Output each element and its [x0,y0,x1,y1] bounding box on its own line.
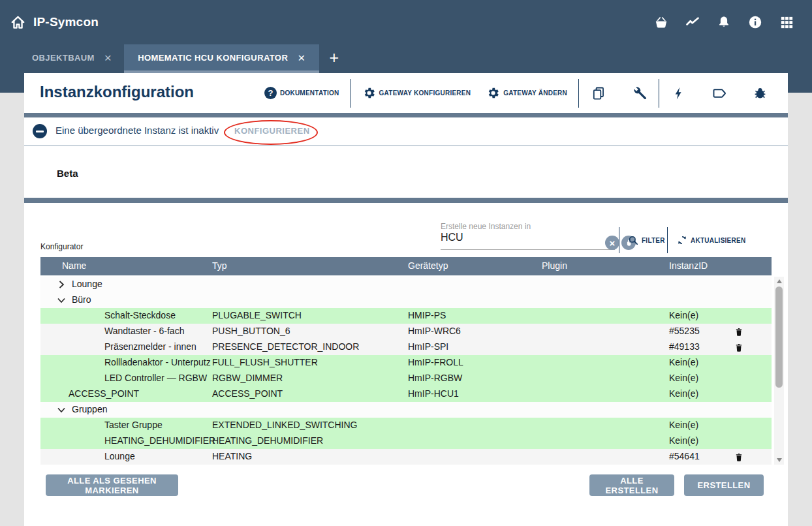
row-name: Lounge [72,279,102,289]
row-geraetetyp: HmIP-HCU1 [408,388,459,399]
close-icon[interactable]: × [298,52,305,64]
table-row[interactable]: Gruppen [40,402,772,418]
row-name: Präsenzmelder - innen [104,341,196,352]
filter-divider [619,227,619,253]
gear-icon [486,86,500,100]
toolbar-divider [578,79,579,108]
row-instanzid: #55235 [669,326,700,336]
scrollbar-thumb[interactable] [775,286,783,388]
brand-name: IP-Symcon [33,15,99,29]
column-header-geraetetyp[interactable]: Gerätetyp [408,260,448,271]
tab-label: HOMEMATIC HCU KONFIGURATOR [138,53,288,63]
konfigurieren-link[interactable]: KONFIGURIEREN [234,126,310,136]
row-instanzid: Kein(e) [669,388,698,399]
row-instanzid: Kein(e) [669,310,698,320]
row-geraetetyp: HmIP-WRC6 [408,326,461,336]
copy-icon[interactable] [590,85,607,102]
brand: IP-Symcon [9,14,99,31]
row-instanzid: Kein(e) [669,357,698,367]
wrench-icon[interactable] [631,85,648,102]
row-typ: RGBW_DIMMER [212,373,283,383]
close-icon[interactable]: × [104,52,112,64]
row-instanzid: Kein(e) [669,420,698,430]
table-row[interactable]: Büro [40,292,772,308]
store-basket-icon[interactable] [653,14,670,31]
trend-chart-icon[interactable] [684,14,701,31]
gear-icon [362,86,376,100]
filter-button[interactable]: FILTER [627,234,665,246]
table-row[interactable]: LoungeHEATING#54641 [40,449,772,465]
help-icon: ? [264,87,277,99]
row-instanzid: #54641 [669,451,700,461]
table-header: Name Typ Gerätetyp Plugin InstanzID [40,257,772,275]
home-icon [9,14,27,31]
row-typ: FULL_FLUSH_SHUTTER [212,357,318,367]
table-row[interactable]: Schalt-SteckdosePLUGABLE_SWITCHHMIP-PSKe… [40,308,772,324]
table-row[interactable]: ACCESS_POINTACCESS_POINTHmIP-HCU1Kein(e) [40,386,772,402]
row-geraetetyp: HmIP-SPI [408,341,448,352]
page-title: Instanzkonfiguration [40,83,194,101]
clear-input-icon[interactable]: × [605,236,619,250]
column-header-name[interactable]: Name [62,260,86,271]
gateway-configure-button[interactable]: GATEWAY KONFIGURIEREN [362,86,471,100]
table-row[interactable]: Wandtaster - 6-fachPUSH_BUTTON_6HmIP-WRC… [40,324,772,339]
create-in-input[interactable] [441,232,604,243]
content-panel: Instanzkonfiguration ? DOKUMENTATION GAT… [24,73,788,526]
toolbar-divider [659,79,659,108]
row-name: Gruppen [72,404,107,414]
row-instanzid: Kein(e) [669,373,698,383]
table-scrollbar[interactable] [774,277,784,465]
refresh-button[interactable]: AKTUALISIEREN [676,234,745,246]
row-geraetetyp: HMIP-PS [408,310,446,320]
row-name: HEATING_DEHUMIDIFIER [104,435,215,446]
create-button[interactable]: ERSTELLEN [684,474,764,496]
column-header-instanzid[interactable]: InstanzID [669,260,708,271]
add-tab-button[interactable]: + [319,44,349,70]
delete-instance-button[interactable] [734,341,747,354]
warning-message: Eine übergeordnete Instanz ist inaktiv [55,125,219,136]
table-row[interactable]: Rollladenaktor - UnterputzFULL_FLUSH_SHU… [40,355,772,371]
section-divider [24,198,788,203]
tag-icon[interactable] [711,85,728,102]
input-underline [441,249,615,250]
tab-objektbaum[interactable]: OBJEKTBAUM × [20,44,124,70]
row-geraetetyp: HmIP-RGBW [408,373,462,383]
row-typ: PRESENCE_DETECTOR_INDOOR [212,341,359,352]
scroll-down-icon[interactable] [774,456,784,464]
search-icon [627,234,639,246]
table-row[interactable]: HEATING_DEHUMIDIFIERHEATING_DEHUMIDIFIER… [40,433,772,449]
warning-row: Eine übergeordnete Instanz ist inaktiv K… [24,117,788,145]
scroll-up-icon[interactable] [774,277,784,285]
row-name: Wandtaster - 6-fach [104,326,184,336]
tab-label: OBJEKTBAUM [32,53,95,63]
lightning-icon[interactable] [670,85,687,102]
gateway-change-button[interactable]: GATEWAY ÄNDERN [486,86,567,100]
app-bar: IP-Symcon [0,0,812,44]
delete-instance-button[interactable] [734,325,747,338]
chevron-down-icon[interactable] [56,295,67,305]
documentation-button[interactable]: ? DOKUMENTATION [264,87,339,99]
table-row[interactable]: Präsenzmelder - innenPRESENCE_DETECTOR_I… [40,339,772,355]
row-name: Rollladenaktor - Unterputz [104,357,211,367]
table-row[interactable]: LED Controller — RGBWRGBW_DIMMERHmIP-RGB… [40,371,772,386]
chevron-down-icon[interactable] [56,405,67,415]
toolbar-actions: ? DOKUMENTATION GATEWAY KONFIGURIEREN GA… [264,73,768,113]
create-all-button[interactable]: ALLE ERSTELLEN [589,474,674,496]
column-header-plugin[interactable]: Plugin [542,260,567,271]
mark-all-seen-button[interactable]: ALLE ALS GESEHEN MARKIEREN [46,474,178,496]
info-icon[interactable] [747,14,764,31]
delete-instance-button[interactable] [734,450,747,463]
apps-grid-icon[interactable] [778,14,795,31]
row-name: ACCESS_POINT [69,388,139,399]
row-typ: EXTENDED_LINKED_SWITCHING [212,420,357,430]
thin-divider [24,145,788,146]
table-row[interactable]: Lounge [40,277,772,292]
tab-homematic-hcu-konfigurator[interactable]: HOMEMATIC HCU KONFIGURATOR × [124,44,319,70]
table-body: LoungeBüroSchalt-SteckdosePLUGABLE_SWITC… [40,277,772,465]
notifications-bell-icon[interactable] [715,14,732,31]
table-row[interactable]: Taster GruppeEXTENDED_LINKED_SWITCHINGKe… [40,418,772,433]
column-header-typ[interactable]: Typ [212,260,227,271]
row-name: Schalt-Steckdose [104,310,176,320]
bug-icon[interactable] [751,85,768,102]
chevron-right-icon[interactable] [56,279,67,290]
